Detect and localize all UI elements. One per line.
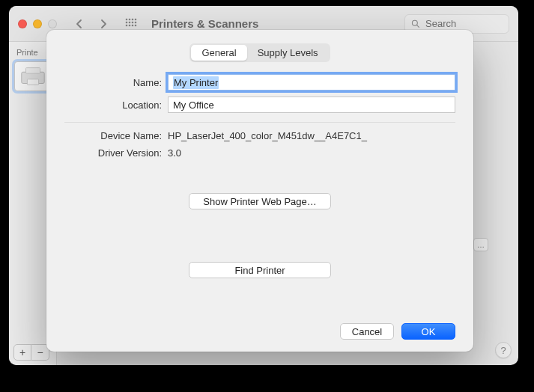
divider	[64, 122, 455, 123]
ok-button[interactable]: OK	[401, 323, 455, 340]
printer-icon	[19, 64, 47, 88]
search-input[interactable]	[424, 17, 503, 30]
svg-point-5	[129, 21, 131, 23]
printer-list-item[interactable]	[14, 61, 52, 91]
window-title: Printers & Scanners	[151, 17, 258, 30]
name-field[interactable]: My Printer	[168, 74, 455, 91]
svg-line-13	[417, 25, 419, 28]
device-name-label: Device Name:	[64, 130, 162, 141]
zoom-window-button[interactable]	[48, 19, 57, 28]
svg-point-0	[126, 18, 128, 20]
search-icon	[411, 19, 419, 28]
device-name-value: HP_LaserJet_400_color_M451dw__A4E7C1_	[168, 130, 455, 141]
svg-point-2	[132, 18, 134, 20]
name-label: Name:	[64, 77, 162, 88]
svg-rect-15	[25, 68, 40, 74]
name-value: My Printer	[173, 76, 219, 89]
svg-point-8	[126, 24, 128, 26]
tab-supply-levels[interactable]: Supply Levels	[247, 45, 329, 61]
driver-version-label: Driver Version:	[64, 147, 162, 159]
location-field[interactable]: My Office	[168, 97, 455, 113]
help-button[interactable]: ?	[495, 342, 512, 358]
svg-point-6	[132, 21, 134, 23]
show-web-page-button[interactable]: Show Printer Web Page…	[189, 193, 331, 209]
svg-point-9	[129, 24, 131, 26]
close-window-button[interactable]	[18, 19, 27, 28]
add-printer-button[interactable]: +	[13, 344, 31, 361]
tab-bar: General Supply Levels	[189, 43, 330, 62]
location-label: Location:	[64, 99, 162, 111]
tab-general[interactable]: General	[191, 45, 246, 61]
cancel-button[interactable]: Cancel	[340, 323, 394, 340]
svg-point-3	[135, 18, 137, 20]
driver-version-value: 3.0	[168, 147, 455, 159]
printer-options-sheet: General Supply Levels Name: My Printer L…	[46, 30, 473, 352]
svg-point-1	[129, 18, 131, 20]
options-overflow-button[interactable]: …	[473, 238, 488, 251]
svg-point-11	[135, 24, 137, 26]
svg-point-4	[126, 21, 128, 23]
minimize-window-button[interactable]	[33, 19, 42, 28]
window-controls	[18, 19, 57, 28]
location-value: My Office	[173, 99, 214, 111]
svg-point-7	[135, 21, 137, 23]
svg-point-10	[132, 24, 134, 26]
find-printer-button[interactable]: Find Printer	[189, 262, 331, 278]
svg-rect-16	[27, 79, 38, 85]
